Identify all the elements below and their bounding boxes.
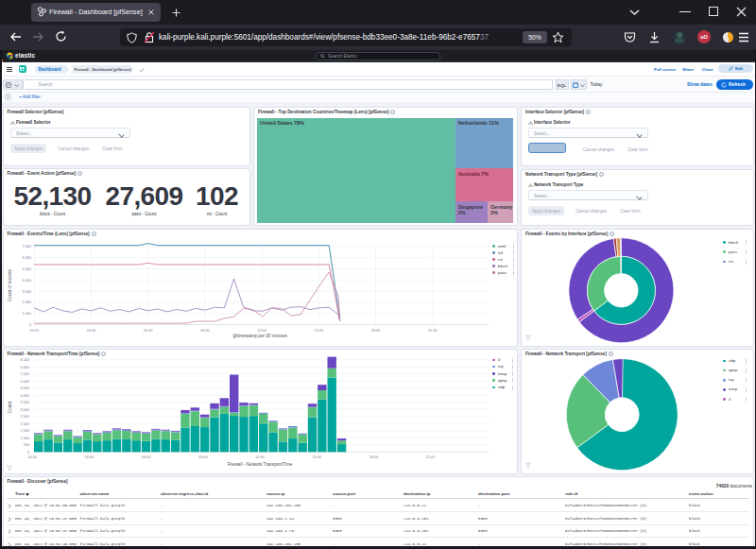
svg-text:12:00: 12:00 [257, 328, 266, 332]
svg-text:03:00: 03:00 [84, 455, 94, 459]
svg-text:1,000: 1,000 [22, 312, 31, 316]
svg-text:1,000: 1,000 [20, 436, 29, 439]
svg-text:21:00: 21:00 [427, 328, 437, 332]
svg-text:4,500: 4,500 [20, 386, 29, 390]
svg-text:4,000: 4,000 [22, 278, 31, 282]
svg-text:12:00: 12:00 [255, 455, 265, 459]
svg-text:3,500: 3,500 [20, 401, 29, 404]
svg-text:5,000: 5,000 [22, 267, 31, 271]
svg-text:06:00: 06:00 [143, 328, 152, 332]
svg-text:0: 0 [28, 323, 30, 327]
svg-text:15:00: 15:00 [312, 455, 321, 459]
svg-text:06:00: 06:00 [141, 455, 150, 459]
svg-text:@timestamp per 30 minutes: @timestamp per 30 minutes [232, 334, 287, 338]
svg-text:21:00: 21:00 [425, 455, 435, 459]
svg-text:6,000: 6,000 [22, 256, 31, 260]
svg-text:500: 500 [23, 443, 28, 447]
svg-text:2,000: 2,000 [22, 300, 31, 304]
svg-text:2,000: 2,000 [20, 421, 29, 425]
svg-text:00:00: 00:00 [29, 328, 39, 332]
svg-text:Count: Count [8, 401, 12, 413]
svg-text:Count of records: Count of records [8, 268, 12, 301]
svg-text:03:00: 03:00 [86, 328, 95, 332]
svg-text:15:00: 15:00 [314, 328, 323, 332]
svg-text:1,500: 1,500 [20, 429, 29, 433]
svg-text:2,500: 2,500 [20, 415, 29, 419]
svg-text:0: 0 [26, 450, 28, 454]
svg-text:18:00: 18:00 [369, 455, 378, 459]
svg-text:6,000: 6,000 [20, 365, 29, 369]
svg-text:09:00: 09:00 [198, 455, 208, 459]
svg-text:5,000: 5,000 [20, 379, 29, 383]
svg-text:00:00: 00:00 [27, 455, 37, 459]
svg-text:3,000: 3,000 [20, 407, 29, 411]
svg-text:18:00: 18:00 [370, 328, 380, 332]
svg-text:4,000: 4,000 [20, 393, 29, 397]
svg-text:5,500: 5,500 [20, 372, 29, 376]
svg-text:3,000: 3,000 [22, 289, 31, 293]
svg-text:09:00: 09:00 [200, 328, 210, 332]
svg-text:7,000: 7,000 [22, 245, 31, 249]
svg-text:Firewall - Network Transport/T: Firewall - Network Transport/Time [227, 462, 292, 467]
svg-text:6,500: 6,500 [20, 358, 29, 362]
